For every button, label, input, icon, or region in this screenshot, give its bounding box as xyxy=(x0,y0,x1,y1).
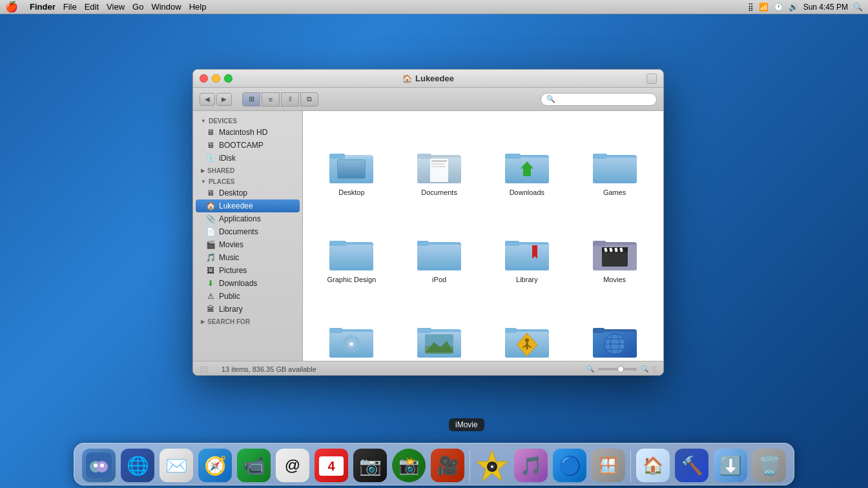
svg-rect-48 xyxy=(417,328,431,333)
dock-screenium[interactable]: 🎥 xyxy=(429,446,466,482)
traffic-lights xyxy=(200,74,232,83)
forward-button[interactable]: ▶ xyxy=(216,93,232,106)
dock-xcode[interactable]: 🔨 xyxy=(674,446,710,482)
file-item-documents[interactable]: Documents xyxy=(397,117,482,201)
sidebar-item-library[interactable]: 🏛 Library xyxy=(193,303,302,316)
quicktime-dock-icon: 🔵 xyxy=(553,449,586,482)
search-icon: 🔍 xyxy=(546,95,555,103)
file-item-pictures[interactable]: Pictures xyxy=(397,292,482,361)
file-item-ipod[interactable]: iPod xyxy=(397,205,482,289)
dock-addressbook[interactable]: @ xyxy=(274,446,311,482)
list-view-button[interactable]: ≡ xyxy=(262,92,280,107)
svg-rect-25 xyxy=(417,245,461,270)
close-button[interactable] xyxy=(200,74,208,83)
dock-calendar[interactable]: 4 xyxy=(313,446,349,482)
sites-folder-icon xyxy=(592,321,638,360)
menubar-go[interactable]: Go xyxy=(132,2,143,12)
icon-view-button[interactable]: ⊞ xyxy=(242,92,260,107)
menubar-search-icon[interactable]: 🔍 xyxy=(853,3,863,12)
dock-download[interactable]: ⬇️ xyxy=(712,446,749,482)
dock-bootcamp[interactable]: 🪟 xyxy=(590,446,626,482)
menubar-window[interactable]: Window xyxy=(151,2,181,12)
dock-photobooth[interactable]: 📷 xyxy=(352,446,388,482)
ipod-folder-icon xyxy=(416,234,462,273)
sidebar-searchfor-header[interactable]: ▶ SEARCH FOR xyxy=(193,316,302,327)
games-label: Games xyxy=(603,188,626,196)
file-item-music[interactable]: Music xyxy=(309,292,394,361)
dock-divider-2 xyxy=(630,450,631,482)
sidebar-item-desktop[interactable]: 🖥 Desktop xyxy=(193,187,302,199)
dock-mail[interactable]: ✉️ xyxy=(158,446,194,482)
network-dock-icon: 🌐 xyxy=(121,449,154,482)
desktop: 🏠 Lukeedee ◀ ▶ ⊞ ≡ ⫴ ⧉ 🔍 xyxy=(0,14,868,430)
sidebar-item-bootcamp[interactable]: 🖥 BOOTCAMP xyxy=(193,139,302,152)
file-item-sites[interactable]: Sites xyxy=(572,292,657,361)
sidebar-item-pictures[interactable]: 🖼 Pictures xyxy=(193,264,302,277)
dock-screensharing[interactable]: 📸 xyxy=(391,446,427,482)
dock-safari[interactable]: 🧭 xyxy=(197,446,233,482)
music-sidebar-icon: 🎵 xyxy=(206,253,215,262)
zoom-in-icon: 🔍 xyxy=(641,365,648,372)
file-item-library[interactable]: Library xyxy=(485,205,570,289)
sidebar-item-public[interactable]: ⚠ Public xyxy=(193,290,302,303)
dock-imovie[interactable] xyxy=(474,446,510,482)
menubar-finder[interactable]: Finder xyxy=(30,2,56,12)
svg-rect-23 xyxy=(329,241,346,246)
desktop-folder-icon xyxy=(328,147,375,186)
sidebar-library-label: Library xyxy=(219,305,243,314)
mail-dock-icon: ✉️ xyxy=(160,449,193,482)
dock-facetime[interactable]: 📹 xyxy=(236,446,272,482)
sidebar-item-downloads[interactable]: ⬇ Downloads xyxy=(193,277,302,290)
menubar-help[interactable]: Help xyxy=(189,2,207,12)
itunes-dock-icon: 🎵 xyxy=(514,449,548,482)
menubar-file[interactable]: File xyxy=(63,2,77,12)
minimize-button[interactable] xyxy=(212,74,220,83)
back-button[interactable]: ◀ xyxy=(200,93,215,106)
file-item-desktop[interactable]: Desktop xyxy=(309,117,394,201)
sidebar-devices-header[interactable]: ▼ DEVICES xyxy=(193,115,302,126)
library-folder-icon xyxy=(504,234,550,273)
sidebar-item-documents[interactable]: 📄 Documents xyxy=(193,225,302,238)
menubar-time-machine-icon[interactable]: 🕐 xyxy=(774,3,783,12)
dock-finder[interactable] xyxy=(81,446,117,482)
sidebar-shared-header[interactable]: ▶ SHARED xyxy=(193,165,302,176)
file-item-downloads[interactable]: Downloads xyxy=(485,117,570,201)
cover-flow-button[interactable]: ⧉ xyxy=(300,92,318,107)
dock-home[interactable]: 🏠 xyxy=(635,446,671,482)
zoom-button[interactable] xyxy=(646,74,657,84)
music-folder-icon xyxy=(328,321,375,360)
menubar-edit[interactable]: Edit xyxy=(85,2,99,12)
sidebar-downloads-label: Downloads xyxy=(219,279,257,288)
menubar-volume-icon[interactable]: 🔊 xyxy=(789,3,798,12)
search-input[interactable] xyxy=(558,96,651,103)
sidebar-item-lukeedee[interactable]: 🏠 Lukeedee xyxy=(196,199,300,212)
dock-itunes[interactable]: 🎵 xyxy=(513,446,549,482)
resize-handle-right[interactable]: ⣿ xyxy=(652,365,657,372)
icon-size-slider[interactable] xyxy=(598,368,637,371)
sidebar-places-header[interactable]: ▼ PLACES xyxy=(193,176,302,187)
statusbar: ⣿⣿ 13 items, 836.35 GB available 🔍 🔍 ⣿ xyxy=(193,361,663,376)
svg-rect-12 xyxy=(431,166,446,167)
svg-rect-9 xyxy=(430,159,448,182)
column-view-button[interactable]: ⫴ xyxy=(281,92,299,107)
sidebar-item-macintosh-hd[interactable]: 🖥 Macintosh HD xyxy=(193,126,302,139)
dock-network[interactable]: 🌐 xyxy=(119,446,156,482)
file-item-public[interactable]: Public xyxy=(485,292,570,361)
documents-folder-icon xyxy=(416,147,462,186)
svg-point-72 xyxy=(100,463,104,467)
file-item-graphic-design[interactable]: Graphic Design xyxy=(309,205,394,289)
maximize-button[interactable] xyxy=(224,74,232,83)
sidebar-item-music[interactable]: 🎵 Music xyxy=(193,251,302,264)
menubar-view[interactable]: View xyxy=(107,2,125,12)
svg-rect-11 xyxy=(431,163,444,165)
sidebar-item-movies[interactable]: 🎬 Movies xyxy=(193,238,302,251)
dock-trash[interactable]: 🗑️ xyxy=(751,446,787,482)
dock-quicktime[interactable]: 🔵 xyxy=(552,446,588,482)
sidebar-item-applications[interactable]: 📎 Applications xyxy=(193,212,302,225)
menubar-wifi-icon[interactable]: 📶 xyxy=(759,3,769,12)
window-title: Lukeedee xyxy=(415,74,454,83)
apple-menu[interactable]: 🍎 xyxy=(5,1,18,13)
file-item-movies[interactable]: Movies xyxy=(572,205,657,289)
sidebar-item-idisk[interactable]: 💿 iDisk xyxy=(193,152,302,165)
file-item-games[interactable]: Games xyxy=(572,117,657,201)
